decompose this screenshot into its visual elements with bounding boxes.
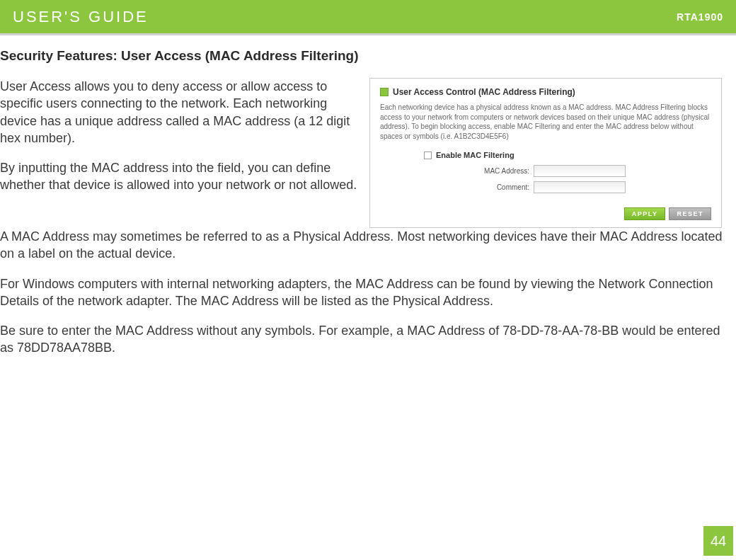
- comment-label: Comment:: [424, 183, 534, 191]
- apply-button[interactable]: APPLY: [624, 207, 666, 220]
- comment-input[interactable]: [534, 181, 626, 193]
- paragraph-5: Be sure to enter the MAC Address without…: [0, 322, 736, 357]
- reset-button[interactable]: RESET: [669, 207, 711, 220]
- section-heading: Security Features: User Access (MAC Addr…: [0, 48, 736, 64]
- paragraph-3: A MAC Address may sometimes be referred …: [0, 228, 736, 263]
- panel-title: User Access Control (MAC Address Filteri…: [393, 87, 575, 97]
- mac-address-label: MAC Address:: [424, 167, 534, 175]
- paragraph-1: User Access allows you to deny access or…: [0, 78, 360, 147]
- panel-description: Each networking device has a physical ad…: [380, 103, 711, 141]
- comment-row: Comment:: [424, 181, 711, 193]
- body-row: User Access allows you to deny access or…: [0, 78, 736, 228]
- panel-header: User Access Control (MAC Address Filteri…: [380, 87, 711, 97]
- enable-mac-checkbox[interactable]: [424, 152, 432, 159]
- left-column: User Access allows you to deny access or…: [0, 78, 360, 228]
- header-bar: USER'S GUIDE RTA1900: [0, 0, 736, 35]
- paragraph-4: For Windows computers with internal netw…: [0, 275, 736, 310]
- doc-title: USER'S GUIDE: [13, 8, 149, 26]
- page-content: Security Features: User Access (MAC Addr…: [0, 35, 736, 357]
- paragraph-2: By inputting the MAC address into the fi…: [0, 159, 360, 194]
- panel-form: Enable MAC Filtering MAC Address: Commen…: [380, 151, 711, 193]
- mac-row: MAC Address:: [424, 165, 711, 177]
- model-number: RTA1900: [677, 11, 723, 23]
- page-number: 44: [703, 526, 733, 556]
- panel-buttons: APPLY RESET: [624, 207, 711, 220]
- enable-mac-label: Enable MAC Filtering: [436, 151, 514, 159]
- enable-row: Enable MAC Filtering: [424, 151, 711, 159]
- mac-address-input[interactable]: [534, 165, 626, 177]
- green-square-icon: [380, 88, 389, 96]
- embedded-screenshot: User Access Control (MAC Address Filteri…: [369, 78, 722, 228]
